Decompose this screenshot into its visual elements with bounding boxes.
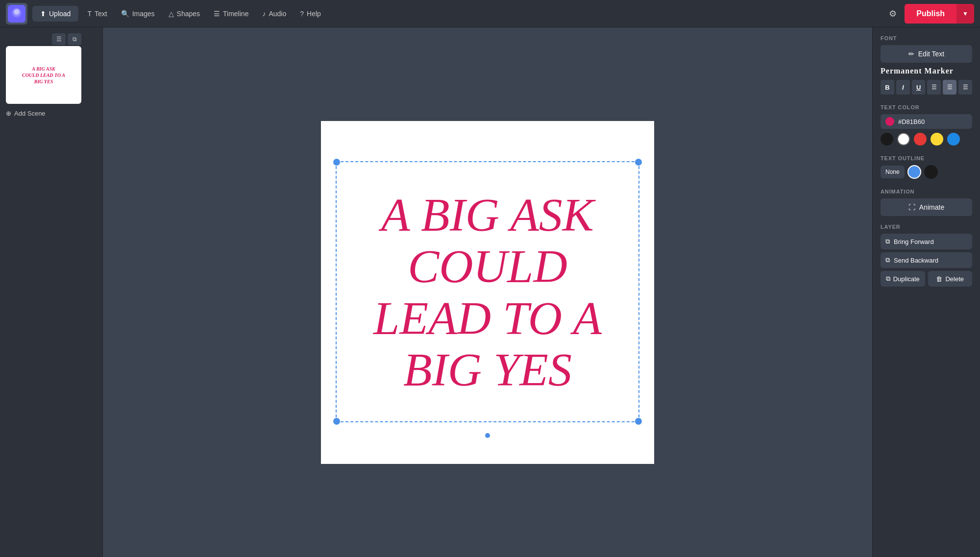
add-scene-button[interactable]: ⊕ Add Scene: [6, 108, 97, 119]
edit-icon: ✏: [908, 50, 914, 58]
timeline-icon: ☰: [214, 10, 220, 18]
text-format-row: B I U ☰ ☰ ☰: [881, 80, 972, 95]
align-center-button[interactable]: ☰: [943, 80, 956, 95]
font-section-label: FONT: [881, 35, 972, 41]
color-swatches: [881, 133, 972, 145]
italic-button[interactable]: I: [896, 80, 910, 95]
color-indicator[interactable]: #D81B60: [881, 114, 972, 129]
animate-icon: ⛶: [908, 203, 915, 211]
handle-top-left[interactable]: [333, 159, 340, 166]
upload-icon: ⬆: [40, 10, 46, 18]
animation-section: ANIMATION ⛶ Animate: [881, 189, 972, 216]
duplicate-button[interactable]: ⧉ Duplicate: [881, 271, 925, 287]
animate-button[interactable]: ⛶ Animate: [881, 198, 972, 216]
color-hex-value: #D81B60: [898, 118, 925, 125]
layer-section: LAYER ⧉ Bring Forward ⧉ Send Backward ⧉ …: [881, 224, 972, 287]
underline-button[interactable]: U: [912, 80, 926, 95]
canvas-wrapper[interactable]: A BIG ASK COULD LEAD TO A BIG YES: [321, 121, 654, 464]
text-line-4: BIG YES: [403, 343, 572, 396]
send-backward-icon: ⧉: [885, 256, 890, 264]
upload-button[interactable]: ⬆ Upload: [32, 6, 78, 22]
right-panel: FONT ✏ Edit Text Permanent Marker B I U …: [872, 27, 980, 557]
canvas-text-content: A BIG ASK COULD LEAD TO A BIG YES: [338, 189, 637, 395]
handle-rotate[interactable]: [484, 432, 491, 439]
images-nav-button[interactable]: 🔍 Images: [114, 6, 162, 22]
scene-header: ☰ ⧉: [6, 33, 81, 45]
upload-label: Upload: [49, 10, 71, 18]
text-color-label: TEXT COLOR: [881, 104, 972, 110]
scene-thumbnail[interactable]: A BIG ASKCOULD LEAD TO ABIG YES: [6, 46, 81, 104]
outline-none-button[interactable]: None: [881, 166, 905, 178]
text-icon: T: [87, 10, 92, 18]
audio-icon: ♪: [262, 10, 266, 18]
timeline-nav-button[interactable]: ☰ Timeline: [207, 6, 255, 22]
swatch-blue[interactable]: [947, 133, 960, 145]
layer-label: LAYER: [881, 224, 972, 230]
canvas-text-container[interactable]: A BIG ASK COULD LEAD TO A BIG YES: [338, 189, 637, 395]
scene-item[interactable]: ☰ ⧉ A BIG ASKCOULD LEAD TO ABIG YES: [6, 33, 97, 104]
bring-forward-icon: ⧉: [885, 238, 890, 245]
svg-point-3: [14, 9, 19, 14]
publish-caret-button[interactable]: ▼: [956, 4, 974, 24]
main-area: ☰ ⧉ A BIG ASKCOULD LEAD TO ABIG YES ⊕ Ad…: [0, 27, 980, 557]
text-line-2: COULD: [408, 240, 567, 292]
plus-icon: ⊕: [6, 110, 11, 117]
left-sidebar: ☰ ⧉ A BIG ASKCOULD LEAD TO ABIG YES ⊕ Ad…: [0, 27, 103, 557]
animation-label: ANIMATION: [881, 189, 972, 194]
trash-icon: 🗑: [936, 275, 942, 283]
shapes-nav-button[interactable]: △ Shapes: [162, 6, 207, 22]
send-backward-button[interactable]: ⧉ Send Backward: [881, 252, 972, 268]
bold-button[interactable]: B: [881, 80, 894, 95]
swatch-yellow[interactable]: [931, 133, 943, 145]
swatch-red[interactable]: [914, 133, 927, 145]
edit-text-button[interactable]: ✏ Edit Text: [881, 45, 972, 63]
selected-color-dot: [885, 117, 894, 126]
canvas-surface[interactable]: A BIG ASK COULD LEAD TO A BIG YES: [321, 121, 654, 464]
font-name-text: Permanent Marker: [881, 67, 954, 75]
publish-button[interactable]: Publish: [905, 4, 956, 24]
text-nav-button[interactable]: T Text: [80, 6, 114, 22]
font-name-display: Permanent Marker: [881, 66, 972, 76]
text-color-section: TEXT COLOR #D81B60: [881, 104, 972, 147]
scene-copy-button[interactable]: ⧉: [68, 33, 81, 45]
shapes-icon: △: [169, 10, 174, 18]
swatch-black[interactable]: [881, 133, 893, 145]
help-icon: ?: [300, 10, 304, 18]
help-nav-button[interactable]: ? Help: [293, 6, 328, 22]
text-outline-label: TEXT OUTLINE: [881, 155, 972, 161]
settings-icon: ⚙: [889, 9, 897, 19]
handle-bottom-left[interactable]: [333, 418, 340, 425]
align-right-button[interactable]: ☰: [958, 80, 972, 95]
duplicate-icon: ⧉: [886, 275, 890, 283]
settings-button[interactable]: ⚙: [885, 4, 901, 23]
scene-menu-button[interactable]: ☰: [52, 33, 66, 45]
align-left-icon: ☰: [931, 84, 937, 91]
canvas-area: A BIG ASK COULD LEAD TO A BIG YES: [103, 27, 872, 557]
swatch-white[interactable]: [897, 133, 910, 145]
handle-bottom-right[interactable]: [635, 418, 642, 425]
handle-top-right[interactable]: [635, 159, 642, 166]
text-line-3: LEAD TO A: [373, 292, 602, 344]
delete-button[interactable]: 🗑 Delete: [928, 271, 973, 287]
text-line-1: A BIG ASK: [381, 188, 594, 241]
audio-nav-button[interactable]: ♪ Audio: [255, 6, 293, 22]
align-left-button[interactable]: ☰: [927, 80, 941, 95]
text-outline-section: TEXT OUTLINE None: [881, 155, 972, 181]
align-center-icon: ☰: [947, 84, 953, 91]
font-section: FONT ✏ Edit Text Permanent Marker B I U …: [881, 35, 972, 97]
chevron-down-icon: ▼: [962, 10, 968, 17]
outline-row: None: [881, 165, 972, 179]
bring-forward-button[interactable]: ⧉ Bring Forward: [881, 234, 972, 249]
scene-thumb-text: A BIG ASKCOULD LEAD TO ABIG YES: [22, 66, 65, 85]
images-icon: 🔍: [121, 10, 129, 18]
outline-swatch-black[interactable]: [924, 165, 938, 179]
align-right-icon: ☰: [963, 84, 968, 91]
app-logo: [6, 3, 27, 24]
outline-swatch-blue[interactable]: [907, 165, 921, 179]
publish-area: Publish ▼: [905, 4, 974, 24]
layer-actions: ⧉ Duplicate 🗑 Delete: [881, 271, 972, 287]
top-nav: ⬆ Upload T Text 🔍 Images △ Shapes ☰ Time…: [0, 0, 980, 27]
